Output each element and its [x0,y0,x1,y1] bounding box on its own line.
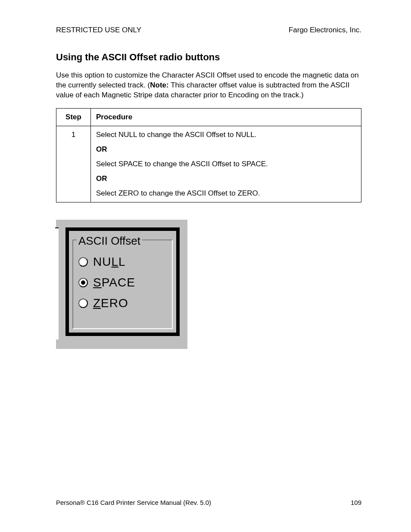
radio-icon [78,257,88,267]
table-header-row: Step Procedure [56,108,361,126]
section-title: Using the ASCII Offset radio buttons [56,52,361,63]
radio-list: NULL SPACE ZERO [78,252,135,314]
header-left: RESTRICTED USE ONLY [56,26,141,34]
radio-icon [78,278,88,287]
proc-line: Select ZERO to change the ASCII Offset t… [96,189,356,198]
proc-line: Select NULL to change the ASCII Offset t… [96,131,356,139]
screenshot-figure: ASCII Offset NULL SPACE ZERO [56,220,187,349]
footer-left: Persona® C16 Card Printer Service Manual… [56,499,211,506]
radio-icon [78,299,88,308]
procedure-table: Step Procedure 1 Select NULL to change t… [56,108,361,202]
proc-line: OR [96,145,356,154]
ascii-offset-groupbox: ASCII Offset NULL SPACE ZERO [65,227,180,336]
radio-label: ZERO [93,296,128,310]
groupbox-legend: ASCII Offset [77,234,142,248]
radio-zero[interactable]: ZERO [78,293,135,314]
col-step: Step [56,108,91,126]
radio-label: SPACE [93,276,135,289]
table-row: 1 Select NULL to change the ASCII Offset… [56,126,361,202]
page-footer: Persona® C16 Card Printer Service Manual… [56,499,361,506]
page: RESTRICTED USE ONLY Fargo Electronics, I… [0,0,411,532]
window-edge [55,227,59,339]
radio-label: NULL [93,255,126,269]
header-right: Fargo Electronics, Inc. [289,26,361,34]
radio-space[interactable]: SPACE [78,272,135,293]
proc-line: Select SPACE to change the ASCII Offset … [96,160,356,168]
radio-null[interactable]: NULL [78,252,135,272]
intro-paragraph: Use this option to customize the Charact… [56,71,361,100]
cell-procedure: Select NULL to change the ASCII Offset t… [91,126,361,202]
note-label: Note: [150,81,168,89]
proc-line: OR [96,174,356,183]
col-procedure: Procedure [91,108,361,126]
cell-step: 1 [56,126,91,202]
radio-selected-dot [81,280,85,285]
page-header: RESTRICTED USE ONLY Fargo Electronics, I… [56,26,361,34]
footer-page-number: 109 [351,499,361,506]
